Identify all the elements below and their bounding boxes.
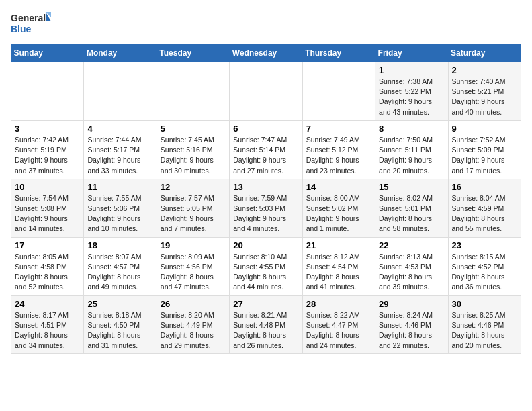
calendar-cell: 2Sunrise: 7:40 AM Sunset: 5:21 PM Daylig… <box>448 62 521 121</box>
calendar-cell: 14Sunrise: 8:00 AM Sunset: 5:02 PM Dayli… <box>302 179 375 237</box>
day-number: 11 <box>87 182 152 192</box>
day-number: 24 <box>15 299 80 309</box>
calendar-cell: 15Sunrise: 8:02 AM Sunset: 5:01 PM Dayli… <box>375 179 448 237</box>
calendar-cell: 21Sunrise: 8:12 AM Sunset: 4:54 PM Dayli… <box>302 237 375 295</box>
svg-text:General: General <box>11 13 46 24</box>
day-info: Sunrise: 8:09 AM Sunset: 4:56 PM Dayligh… <box>161 252 226 293</box>
calendar-cell: 9Sunrise: 7:52 AM Sunset: 5:09 PM Daylig… <box>448 120 521 179</box>
day-number: 29 <box>379 299 444 309</box>
day-number: 1 <box>379 65 444 75</box>
calendar-cell: 17Sunrise: 8:05 AM Sunset: 4:58 PM Dayli… <box>11 237 84 295</box>
day-info: Sunrise: 7:54 AM Sunset: 5:08 PM Dayligh… <box>15 193 80 234</box>
calendar-cell <box>157 62 229 121</box>
calendar-cell: 3Sunrise: 7:42 AM Sunset: 5:19 PM Daylig… <box>11 120 84 179</box>
generalblue-logo: General Blue <box>11 11 51 36</box>
calendar-cell: 24Sunrise: 8:17 AM Sunset: 4:51 PM Dayli… <box>11 295 84 354</box>
calendar-cell: 22Sunrise: 8:13 AM Sunset: 4:53 PM Dayli… <box>375 237 448 295</box>
day-number: 19 <box>161 240 226 250</box>
day-info: Sunrise: 7:40 AM Sunset: 5:21 PM Dayligh… <box>452 77 517 118</box>
calendar-cell: 10Sunrise: 7:54 AM Sunset: 5:08 PM Dayli… <box>11 179 84 237</box>
day-number: 5 <box>161 124 226 134</box>
logo: General Blue <box>11 11 51 36</box>
calendar-cell <box>84 62 157 121</box>
day-number: 21 <box>306 240 371 250</box>
day-info: Sunrise: 7:59 AM Sunset: 5:03 PM Dayligh… <box>233 193 298 234</box>
calendar-cell: 8Sunrise: 7:50 AM Sunset: 5:11 PM Daylig… <box>375 120 448 179</box>
calendar-cell: 5Sunrise: 7:45 AM Sunset: 5:16 PM Daylig… <box>157 120 229 179</box>
day-info: Sunrise: 8:05 AM Sunset: 4:58 PM Dayligh… <box>15 252 80 293</box>
day-info: Sunrise: 7:52 AM Sunset: 5:09 PM Dayligh… <box>452 135 517 176</box>
calendar-cell: 7Sunrise: 7:49 AM Sunset: 5:12 PM Daylig… <box>302 120 375 179</box>
calendar-cell: 30Sunrise: 8:25 AM Sunset: 4:46 PM Dayli… <box>448 295 521 354</box>
calendar-week: 10Sunrise: 7:54 AM Sunset: 5:08 PM Dayli… <box>11 179 521 237</box>
calendar-cell: 4Sunrise: 7:44 AM Sunset: 5:17 PM Daylig… <box>84 120 157 179</box>
day-info: Sunrise: 7:57 AM Sunset: 5:05 PM Dayligh… <box>161 193 226 234</box>
day-info: Sunrise: 8:12 AM Sunset: 4:54 PM Dayligh… <box>306 252 371 293</box>
calendar-week: 17Sunrise: 8:05 AM Sunset: 4:58 PM Dayli… <box>11 237 521 295</box>
day-info: Sunrise: 7:45 AM Sunset: 5:16 PM Dayligh… <box>161 135 226 176</box>
weekday-header: Monday <box>84 44 157 62</box>
calendar-cell <box>11 62 84 121</box>
calendar-cell: 25Sunrise: 8:18 AM Sunset: 4:50 PM Dayli… <box>84 295 157 354</box>
calendar-cell: 28Sunrise: 8:22 AM Sunset: 4:47 PM Dayli… <box>302 295 375 354</box>
day-info: Sunrise: 8:04 AM Sunset: 4:59 PM Dayligh… <box>452 193 517 234</box>
day-number: 13 <box>233 182 298 192</box>
calendar-cell: 18Sunrise: 8:07 AM Sunset: 4:57 PM Dayli… <box>84 237 157 295</box>
calendar-cell <box>230 62 302 121</box>
day-number: 30 <box>452 299 517 309</box>
day-info: Sunrise: 7:47 AM Sunset: 5:14 PM Dayligh… <box>233 135 298 176</box>
day-number: 6 <box>233 124 298 134</box>
day-info: Sunrise: 7:44 AM Sunset: 5:17 PM Dayligh… <box>87 135 152 176</box>
day-number: 18 <box>87 240 152 250</box>
day-number: 25 <box>87 299 152 309</box>
calendar-week: 1Sunrise: 7:38 AM Sunset: 5:22 PM Daylig… <box>11 62 521 121</box>
day-number: 7 <box>306 124 371 134</box>
day-info: Sunrise: 8:07 AM Sunset: 4:57 PM Dayligh… <box>87 252 152 293</box>
day-number: 10 <box>15 182 80 192</box>
calendar-table: SundayMondayTuesdayWednesdayThursdayFrid… <box>11 44 521 354</box>
day-info: Sunrise: 8:10 AM Sunset: 4:55 PM Dayligh… <box>233 252 298 293</box>
day-number: 3 <box>15 124 80 134</box>
calendar-week: 24Sunrise: 8:17 AM Sunset: 4:51 PM Dayli… <box>11 295 521 354</box>
day-number: 20 <box>233 240 298 250</box>
weekday-header: Friday <box>375 44 448 62</box>
calendar-week: 3Sunrise: 7:42 AM Sunset: 5:19 PM Daylig… <box>11 120 521 179</box>
weekday-header: Wednesday <box>230 44 302 62</box>
day-number: 23 <box>452 240 517 250</box>
day-info: Sunrise: 8:18 AM Sunset: 4:50 PM Dayligh… <box>87 310 152 351</box>
header-row: SundayMondayTuesdayWednesdayThursdayFrid… <box>11 44 521 62</box>
day-number: 28 <box>306 299 371 309</box>
day-info: Sunrise: 8:22 AM Sunset: 4:47 PM Dayligh… <box>306 310 371 351</box>
day-number: 15 <box>379 182 444 192</box>
day-info: Sunrise: 8:20 AM Sunset: 4:49 PM Dayligh… <box>161 310 226 351</box>
day-info: Sunrise: 7:50 AM Sunset: 5:11 PM Dayligh… <box>379 135 444 176</box>
day-number: 12 <box>161 182 226 192</box>
day-number: 26 <box>161 299 226 309</box>
day-number: 2 <box>452 65 517 75</box>
day-number: 27 <box>233 299 298 309</box>
day-number: 8 <box>379 124 444 134</box>
day-info: Sunrise: 7:38 AM Sunset: 5:22 PM Dayligh… <box>379 77 444 118</box>
day-info: Sunrise: 8:13 AM Sunset: 4:53 PM Dayligh… <box>379 252 444 293</box>
day-number: 14 <box>306 182 371 192</box>
calendar-cell: 1Sunrise: 7:38 AM Sunset: 5:22 PM Daylig… <box>375 62 448 121</box>
calendar-cell: 26Sunrise: 8:20 AM Sunset: 4:49 PM Dayli… <box>157 295 229 354</box>
day-info: Sunrise: 8:17 AM Sunset: 4:51 PM Dayligh… <box>15 310 80 351</box>
day-number: 9 <box>452 124 517 134</box>
day-info: Sunrise: 7:42 AM Sunset: 5:19 PM Dayligh… <box>15 135 80 176</box>
calendar-cell: 27Sunrise: 8:21 AM Sunset: 4:48 PM Dayli… <box>230 295 302 354</box>
calendar-cell: 19Sunrise: 8:09 AM Sunset: 4:56 PM Dayli… <box>157 237 229 295</box>
day-info: Sunrise: 8:21 AM Sunset: 4:48 PM Dayligh… <box>233 310 298 351</box>
calendar-cell <box>302 62 375 121</box>
day-info: Sunrise: 8:00 AM Sunset: 5:02 PM Dayligh… <box>306 193 371 234</box>
day-info: Sunrise: 7:55 AM Sunset: 5:06 PM Dayligh… <box>87 193 152 234</box>
day-info: Sunrise: 8:25 AM Sunset: 4:46 PM Dayligh… <box>452 310 517 351</box>
day-number: 4 <box>87 124 152 134</box>
weekday-header: Sunday <box>11 44 84 62</box>
header: General Blue <box>11 11 521 36</box>
day-info: Sunrise: 7:49 AM Sunset: 5:12 PM Dayligh… <box>306 135 371 176</box>
calendar-cell: 11Sunrise: 7:55 AM Sunset: 5:06 PM Dayli… <box>84 179 157 237</box>
day-info: Sunrise: 8:02 AM Sunset: 5:01 PM Dayligh… <box>379 193 444 234</box>
svg-text:Blue: Blue <box>11 24 32 34</box>
calendar-cell: 20Sunrise: 8:10 AM Sunset: 4:55 PM Dayli… <box>230 237 302 295</box>
